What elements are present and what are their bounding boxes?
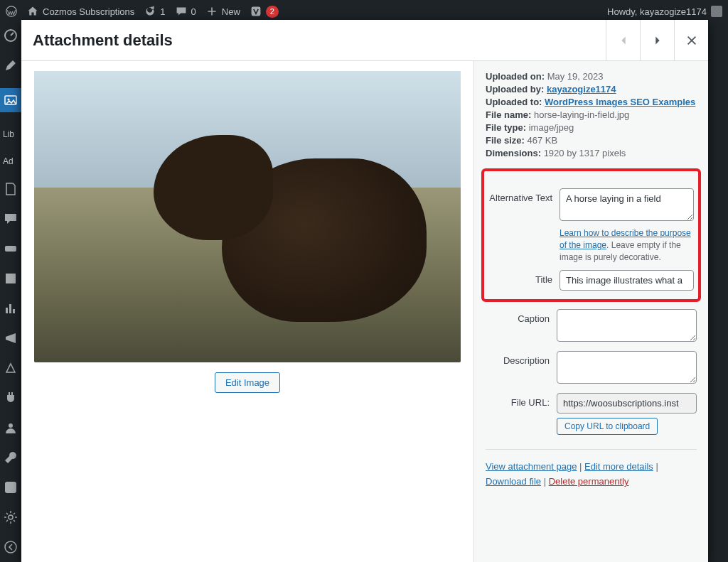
dimensions-label: Dimensions: [486, 148, 541, 158]
alt-text-label: Alternative Text [488, 188, 560, 263]
updates-link[interactable]: 1 [144, 6, 165, 17]
close-button[interactable] [674, 20, 708, 60]
sidebar-yoast-icon[interactable] [4, 480, 18, 495]
attachment-modal: Attachment details Edit Image Uploaded o… [21, 20, 708, 562]
edit-image-button[interactable]: Edit Image [215, 372, 280, 393]
sidebar-plugins-icon[interactable] [4, 391, 18, 405]
sidebar-analytics-icon[interactable] [4, 301, 18, 315]
svg-rect-8 [5, 482, 16, 493]
new-label: New [222, 6, 240, 17]
svg-point-10 [5, 541, 16, 553]
svg-point-9 [9, 515, 13, 519]
description-input[interactable] [557, 351, 697, 384]
sidebar-posts-icon[interactable] [4, 58, 18, 72]
sidebar-pages-icon[interactable] [4, 182, 18, 196]
svg-rect-5 [5, 246, 16, 252]
howdy-link[interactable]: Howdy, kayazogize1174 [607, 6, 722, 17]
filename-value: horse-laying-in-field.jpg [534, 109, 629, 120]
sidebar-addnew-label[interactable]: Ad [0, 155, 14, 166]
sidebar-users-icon[interactable] [4, 421, 18, 435]
admin-sidebar: Lib Ad [0, 23, 21, 562]
copy-url-button[interactable]: Copy URL to clipboard [557, 418, 658, 435]
filetype-value: image/jpeg [529, 122, 574, 133]
alt-text-input[interactable]: A horse laying in a field [560, 188, 694, 221]
home-icon [27, 6, 38, 17]
caption-input[interactable] [557, 309, 697, 342]
uploaded-on-label: Uploaded on: [486, 71, 545, 82]
download-file-link[interactable]: Download file [486, 476, 541, 487]
edit-more-details-link[interactable]: Edit more details [584, 461, 653, 472]
sidebar-comments-icon[interactable] [4, 212, 18, 226]
filetype-label: File type: [486, 122, 526, 133]
comments-link[interactable]: 0 [176, 6, 196, 17]
title-input[interactable] [560, 270, 694, 291]
sidebar-media-icon[interactable] [0, 88, 21, 112]
uploaded-by-link[interactable]: kayazogize1174 [547, 84, 616, 94]
attachment-preview-image [34, 71, 461, 362]
updates-count: 1 [160, 6, 165, 17]
description-label: Description [486, 351, 557, 386]
sidebar-products-icon[interactable] [4, 271, 18, 286]
sidebar-dashboard-icon[interactable] [4, 28, 18, 43]
site-name-link[interactable]: Cozmos Subscriptions [27, 6, 134, 17]
sidebar-settings-icon[interactable] [4, 510, 18, 524]
filesize-value: 467 KB [528, 135, 558, 146]
comment-icon [176, 6, 187, 17]
howdy-text: Howdy, kayazogize1174 [607, 6, 707, 17]
avatar [711, 6, 722, 17]
sidebar-collapse-icon[interactable] [4, 540, 18, 554]
svg-point-7 [9, 423, 13, 428]
caption-label: Caption [486, 309, 557, 344]
prev-button [606, 20, 640, 60]
svg-rect-6 [6, 274, 16, 283]
highlight-annotation: Alternative Text A horse laying in a fie… [481, 168, 701, 302]
next-button[interactable] [640, 20, 674, 60]
comments-count: 0 [191, 6, 196, 17]
title-label: Title [488, 270, 560, 291]
yoast-icon [250, 6, 262, 17]
file-url-input[interactable] [557, 393, 697, 414]
sidebar-library-label[interactable]: Lib [0, 128, 14, 139]
uploaded-to-label: Uploaded to: [486, 97, 542, 107]
modal-title: Attachment details [21, 31, 173, 50]
plus-icon [206, 6, 218, 17]
filesize-label: File size: [486, 135, 525, 146]
new-link[interactable]: New [206, 6, 240, 17]
sidebar-woo-icon[interactable] [4, 242, 18, 256]
yoast-link[interactable]: 2 [250, 6, 279, 18]
wp-logo-icon[interactable] [6, 6, 17, 17]
delete-permanently-link[interactable]: Delete permanently [549, 476, 629, 487]
file-url-label: File URL: [486, 393, 557, 435]
sidebar-appearance-icon[interactable] [4, 361, 18, 375]
uploaded-to-link[interactable]: WordPress Images SEO Examples [545, 97, 695, 107]
yoast-count: 2 [266, 6, 279, 18]
uploaded-by-label: Uploaded by: [486, 84, 544, 94]
refresh-icon [144, 6, 156, 17]
site-name: Cozmos Subscriptions [43, 6, 134, 17]
sidebar-marketing-icon[interactable] [4, 331, 18, 345]
view-attachment-page-link[interactable]: View attachment page [486, 461, 577, 472]
sidebar-tools-icon[interactable] [4, 450, 18, 465]
filename-label: File name: [486, 109, 531, 120]
dimensions-value: 1920 by 1317 pixels [544, 148, 626, 158]
uploaded-on-value: May 19, 2023 [547, 71, 604, 82]
